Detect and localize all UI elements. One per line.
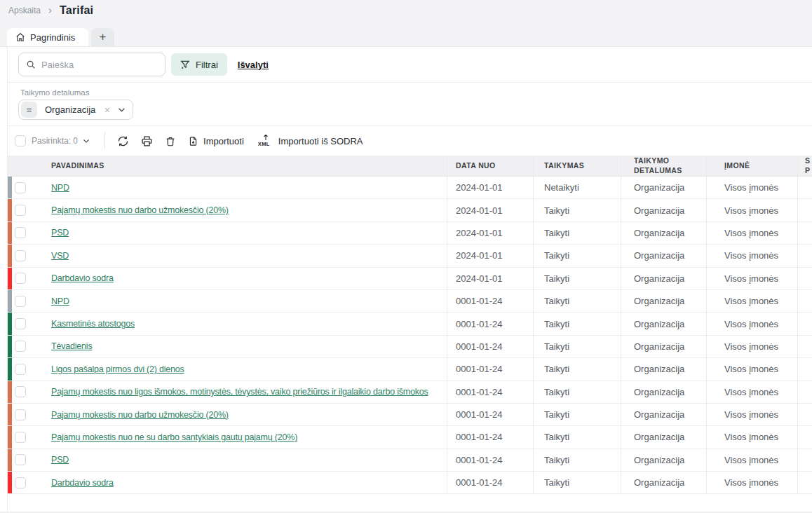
breadcrumb-parent-link[interactable]: Apskaita <box>8 6 41 15</box>
remove-filter-icon[interactable] <box>103 106 111 114</box>
table-row: Pajamų mokestis nuo darbo užmokesčio (20… <box>8 404 812 426</box>
table-toolbar: Pasirinkta: 0 Importuoti <box>8 126 812 156</box>
tariff-link[interactable]: NPD <box>51 183 69 193</box>
filter-chevron-down-icon[interactable] <box>117 105 126 114</box>
add-tab-button[interactable]: + <box>91 28 114 46</box>
cell-partial <box>798 358 812 380</box>
filters-button[interactable]: Filtrai <box>171 53 227 76</box>
row-checkbox[interactable] <box>15 432 26 443</box>
cell-taikymo-detalumas: Organizacija <box>621 290 707 312</box>
column-header-taikymas[interactable]: TAIKYMAS <box>534 156 621 176</box>
cell-taikymo-detalumas: Organizacija <box>621 222 707 244</box>
page-title: Tarifai <box>60 4 93 17</box>
applied-filter-chip[interactable]: = Organizacija <box>18 100 133 120</box>
filter-funnel-icon <box>180 60 190 69</box>
cell-imone: Visos įmonės <box>707 268 798 289</box>
clear-filters-link[interactable]: Išvalyti <box>238 60 269 70</box>
filters-button-label: Filtrai <box>196 60 218 70</box>
tariff-link[interactable]: PSD <box>51 455 69 465</box>
selected-count-label: Pasirinkta: 0 <box>32 136 78 146</box>
row-checkbox[interactable] <box>15 364 26 375</box>
row-checkbox[interactable] <box>15 409 26 420</box>
tariff-link[interactable]: NPD <box>51 296 69 306</box>
row-checkbox[interactable] <box>15 341 26 352</box>
row-checkbox[interactable] <box>15 205 26 216</box>
tariff-link[interactable]: Ligos pašalpa pirmos dvi (2) dienos <box>51 364 184 374</box>
tariff-link[interactable]: Kasmetinės atostogos <box>51 319 135 329</box>
row-checkbox[interactable] <box>15 477 26 488</box>
row-checkbox[interactable] <box>15 386 26 397</box>
cell-partial <box>798 472 812 493</box>
table-row: PSD 2024-01-01 Taikyti Organizacija Viso… <box>8 222 812 245</box>
cell-taikymo-detalumas: Organizacija <box>621 336 707 357</box>
cell-taikymas: Taikyti <box>534 245 621 266</box>
breadcrumb: Apskaita Tarifai <box>8 4 93 17</box>
cell-taikymas: Taikyti <box>534 222 621 244</box>
tab-pagrindinis[interactable]: Pagrindinis <box>7 28 88 46</box>
import-sodra-label: Importuoti iš SODRA <box>278 136 363 146</box>
row-checkbox[interactable] <box>15 250 26 261</box>
cell-partial <box>798 426 812 448</box>
row-checkbox[interactable] <box>15 227 26 238</box>
applied-filter-row: Taikymo detalumas = Organizacija <box>8 83 812 126</box>
column-header-data-nuo[interactable]: DATA NUO <box>447 156 534 176</box>
refresh-button[interactable] <box>117 135 129 147</box>
cell-taikymas: Taikyti <box>534 199 621 221</box>
cell-taikymas: Taikyti <box>534 268 621 289</box>
selected-chevron-down-icon[interactable] <box>82 137 90 145</box>
cell-imone: Visos įmonės <box>707 245 798 266</box>
import-button[interactable]: Importuoti <box>188 135 244 147</box>
column-header-taikymo-detalumas[interactable]: TAIKYMO DETALUMAS <box>621 156 707 176</box>
cell-partial <box>798 336 812 357</box>
cell-partial <box>798 268 812 289</box>
search-input[interactable] <box>41 60 158 70</box>
table-row: Kasmetinės atostogos 0001-01-24 Taikyti … <box>8 313 812 335</box>
cell-data-nuo: 0001-01-24 <box>447 472 534 493</box>
cell-imone: Visos įmonės <box>707 358 798 380</box>
column-header-pavadinimas[interactable]: PAVADINIMAS <box>44 156 447 176</box>
row-checkbox[interactable] <box>15 296 26 307</box>
header-checkbox-spacer <box>12 156 44 176</box>
cell-partial <box>798 313 812 334</box>
tariff-link[interactable]: Pajamų mokestis nuo darbo užmokesčio (20… <box>51 205 229 215</box>
tariff-link[interactable]: Darbdavio sodra <box>51 273 114 283</box>
cell-imone: Visos įmonės <box>707 404 798 425</box>
cell-taikymo-detalumas: Organizacija <box>621 381 707 403</box>
row-checkbox[interactable] <box>15 182 26 193</box>
table-row: VSD 2024-01-01 Taikyti Organizacija Viso… <box>8 245 812 267</box>
row-checkbox[interactable] <box>15 318 26 329</box>
import-file-icon <box>188 135 198 147</box>
cell-data-nuo: 2024-01-01 <box>447 199 534 221</box>
table-row: Ligos pašalpa pirmos dvi (2) dienos 0001… <box>8 358 812 381</box>
cell-data-nuo: 0001-01-24 <box>447 313 534 334</box>
cell-imone: Visos įmonės <box>707 336 798 357</box>
cell-taikymas: Taikyti <box>534 404 621 425</box>
delete-button[interactable] <box>165 135 176 147</box>
cell-taikymo-detalumas: Organizacija <box>621 449 707 471</box>
cell-taikymas: Netaikyti <box>534 177 621 198</box>
cell-partial <box>798 245 812 266</box>
tariff-link[interactable]: Pajamų mokestis nuo ligos išmokos, motin… <box>51 387 428 397</box>
tariff-link[interactable]: PSD <box>51 228 69 238</box>
cell-partial <box>798 177 812 198</box>
cell-data-nuo: 0001-01-24 <box>447 358 534 380</box>
tariff-link[interactable]: Darbdavio sodra <box>51 478 114 488</box>
tariff-link[interactable]: Pajamų mokestis nuo ne su darbo santykia… <box>51 432 297 442</box>
row-checkbox[interactable] <box>15 454 26 465</box>
import-sodra-button[interactable]: XML Importuoti iš SODRA <box>258 134 363 148</box>
cell-partial <box>798 381 812 403</box>
cell-data-nuo: 0001-01-24 <box>447 426 534 448</box>
print-button[interactable] <box>141 135 153 147</box>
cell-taikymas: Taikyti <box>534 449 621 471</box>
cell-taikymas: Taikyti <box>534 472 621 493</box>
cell-taikymas: Taikyti <box>534 313 621 334</box>
select-all-checkbox[interactable] <box>15 135 26 146</box>
column-header-imone[interactable]: ĮMONĖ <box>707 156 798 176</box>
tariff-link[interactable]: Tėvadienis <box>51 341 92 351</box>
tariff-link[interactable]: Pajamų mokestis nuo darbo užmokesčio (20… <box>51 410 229 420</box>
row-checkbox[interactable] <box>15 273 26 284</box>
filter-operator-badge: = <box>21 102 37 118</box>
search-row: Filtrai Išvalyti <box>8 47 812 83</box>
tariff-link[interactable]: VSD <box>51 251 69 261</box>
page-header: Apskaita Tarifai Pagrindinis + <box>0 0 812 47</box>
